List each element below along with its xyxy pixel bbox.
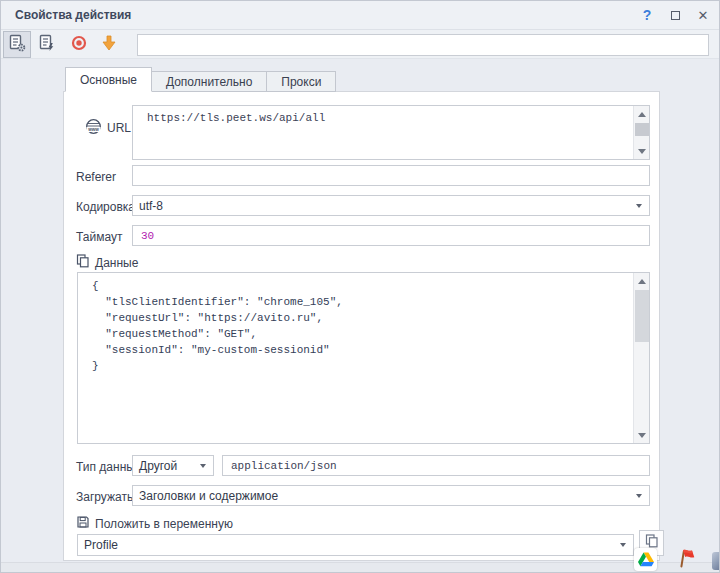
data-textarea[interactable]: { "tlsClientIdentifier": "chrome_105", "… bbox=[78, 273, 633, 443]
maximize-icon bbox=[671, 11, 680, 20]
url-label: www URL bbox=[85, 118, 131, 138]
url-scroll-thumb[interactable] bbox=[635, 123, 649, 136]
encoding-value: utf-8 bbox=[133, 199, 636, 213]
action-properties-dialog: Свойства действия ? ✕ bbox=[0, 0, 720, 573]
window-title: Свойства действия bbox=[15, 8, 131, 22]
chevron-down-icon bbox=[620, 543, 626, 547]
titlebar-buttons: ? ✕ bbox=[635, 1, 715, 29]
toolbar bbox=[1, 29, 719, 59]
scroll-up-icon[interactable] bbox=[634, 273, 650, 289]
action-name-input[interactable] bbox=[137, 34, 709, 56]
chevron-down-icon bbox=[200, 464, 206, 468]
scroll-down-icon[interactable] bbox=[634, 143, 650, 159]
help-button[interactable]: ? bbox=[635, 3, 659, 27]
download-arrow-icon bbox=[99, 33, 119, 57]
tab-main[interactable]: Основные bbox=[65, 67, 152, 92]
record-button[interactable] bbox=[65, 31, 93, 58]
document-settings-icon bbox=[7, 33, 27, 57]
maximize-button[interactable] bbox=[663, 3, 687, 27]
partial-clipped-icon bbox=[712, 552, 720, 570]
record-icon bbox=[70, 34, 88, 56]
close-button[interactable]: ✕ bbox=[691, 3, 715, 27]
data-scroll-thumb[interactable] bbox=[635, 290, 649, 342]
referer-input[interactable] bbox=[132, 165, 650, 186]
chevron-down-icon bbox=[636, 494, 642, 498]
google-drive-icon[interactable] bbox=[634, 548, 657, 571]
copy-pages-icon bbox=[76, 254, 90, 271]
load-mode-select[interactable]: Заголовки и содержимое bbox=[132, 485, 650, 506]
tab-additional[interactable]: Дополнительно bbox=[151, 71, 267, 92]
encoding-select[interactable]: utf-8 bbox=[132, 195, 650, 216]
url-textarea[interactable]: https://tls.peet.ws/api/all bbox=[133, 106, 633, 159]
data-type-value: Другой bbox=[133, 459, 200, 473]
scroll-down-icon[interactable] bbox=[634, 427, 650, 443]
variable-select[interactable]: Profile bbox=[77, 534, 634, 556]
floppy-save-icon bbox=[76, 515, 90, 532]
referer-label: Referer bbox=[76, 170, 116, 184]
tab-strip: Основные Дополнительно Прокси bbox=[65, 67, 335, 92]
data-scrollbar[interactable] bbox=[633, 273, 649, 443]
red-flag-icon[interactable] bbox=[673, 547, 697, 573]
tab-proxy[interactable]: Прокси bbox=[266, 71, 336, 92]
window-bottom-edge bbox=[1, 562, 719, 573]
url-scrollbar[interactable] bbox=[633, 106, 649, 159]
data-field-wrap: { "tlsClientIdentifier": "chrome_105", "… bbox=[77, 272, 650, 444]
document-lightning-icon bbox=[37, 33, 57, 57]
chevron-down-icon bbox=[636, 204, 642, 208]
titlebar: Свойства действия ? ✕ bbox=[1, 1, 719, 29]
variable-value: Profile bbox=[78, 538, 620, 552]
encoding-label: Кодировка bbox=[76, 200, 135, 214]
timeout-label: Таймаут bbox=[76, 230, 122, 244]
action-code-button[interactable] bbox=[33, 31, 61, 58]
action-properties-button[interactable] bbox=[3, 31, 31, 58]
load-mode-value: Заголовки и содержимое bbox=[133, 489, 636, 503]
timeout-input[interactable] bbox=[132, 225, 650, 246]
mime-type-input[interactable] bbox=[222, 455, 650, 476]
main-tab-panel: www URL https://tls.peet.ws/api/all Refe… bbox=[63, 91, 660, 561]
data-label: Данные bbox=[76, 254, 138, 271]
scroll-up-icon[interactable] bbox=[634, 106, 650, 122]
svg-text:www: www bbox=[87, 127, 99, 132]
www-globe-icon: www bbox=[85, 118, 102, 138]
download-button[interactable] bbox=[95, 31, 123, 58]
data-type-select[interactable]: Другой bbox=[132, 455, 214, 476]
url-field-wrap: https://tls.peet.ws/api/all bbox=[132, 105, 650, 160]
put-variable-label: Положить в переменную bbox=[76, 515, 233, 532]
load-mode-label: Загружать bbox=[76, 490, 133, 504]
